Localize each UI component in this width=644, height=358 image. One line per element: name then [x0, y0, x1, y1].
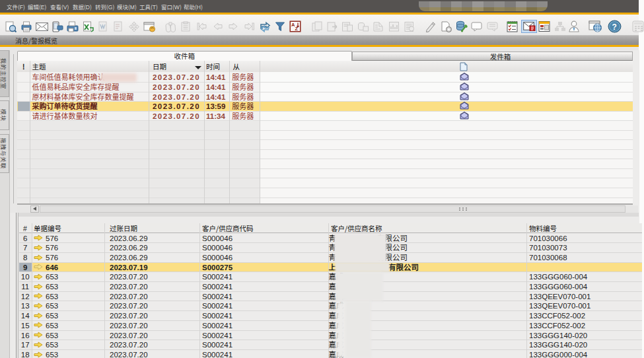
svg-text:?: ?	[612, 22, 617, 32]
